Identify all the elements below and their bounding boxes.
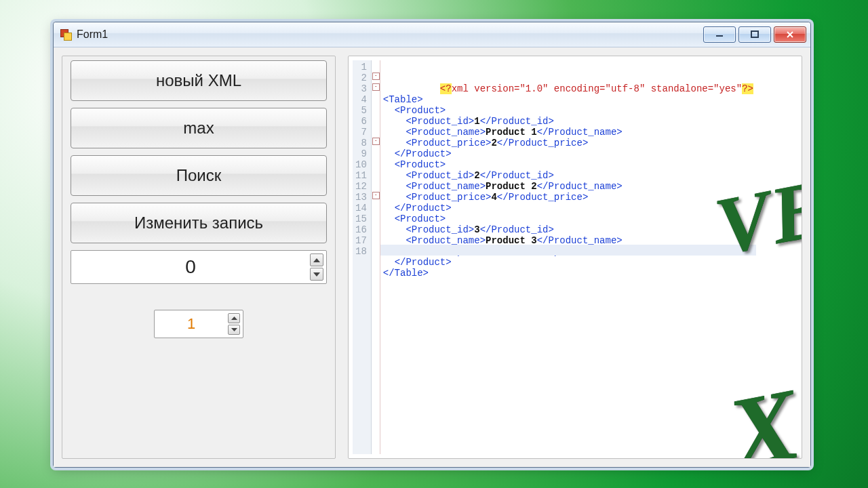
window-form1: Form1 новый XML max	[53, 22, 811, 468]
maximize-button[interactable]	[738, 26, 771, 43]
chevron-down-icon	[231, 328, 237, 331]
numeric-small-down[interactable]	[228, 325, 240, 335]
numeric-small-value: 1	[155, 315, 228, 333]
numeric-main-up[interactable]	[310, 253, 323, 266]
numeric-small-spinners	[228, 313, 240, 335]
numeric-main-spinners	[310, 253, 323, 281]
code-panel: 1 2 3 4 5 6 7 8 9 10 11 12 13 14 15 16 1…	[348, 56, 802, 459]
window-controls	[703, 26, 806, 43]
titlebar[interactable]: Form1	[54, 22, 810, 47]
code-text: <?xml version="1.0" encoding="utf-8" sta…	[380, 60, 756, 454]
svg-marker-4	[313, 258, 320, 262]
close-button[interactable]	[774, 26, 806, 43]
fold-marker-icon[interactable]: -	[372, 192, 380, 199]
minimize-icon	[715, 31, 724, 38]
page-background: Form1 новый XML max	[0, 0, 868, 488]
current-line-highlight	[380, 245, 756, 256]
maximize-icon	[750, 30, 760, 39]
fold-marker-icon[interactable]: -	[372, 83, 380, 91]
svg-rect-1	[751, 31, 758, 37]
numeric-main[interactable]: 0	[71, 250, 327, 284]
code-editor[interactable]: 1 2 3 4 5 6 7 8 9 10 11 12 13 14 15 16 1…	[353, 60, 797, 454]
numeric-small-up[interactable]	[228, 313, 240, 323]
numeric-small[interactable]: 1	[154, 310, 243, 338]
edit-record-button[interactable]: Изменить запись	[71, 203, 327, 243]
minimize-button[interactable]	[703, 26, 736, 43]
fold-marker-icon[interactable]: -	[372, 138, 380, 145]
svg-marker-5	[313, 272, 320, 277]
gutter: 1 2 3 4 5 6 7 8 9 10 11 12 13 14 15 16 1…	[353, 60, 372, 454]
chevron-up-icon	[313, 258, 320, 262]
max-button[interactable]: max	[71, 108, 327, 148]
svg-rect-0	[716, 35, 723, 37]
chevron-down-icon	[313, 272, 320, 277]
left-panel: новый XML max Поиск Изменить запись 0 1	[62, 56, 336, 459]
search-button[interactable]: Поиск	[71, 155, 327, 196]
client-area: новый XML max Поиск Изменить запись 0 1	[54, 47, 810, 467]
window-title: Form1	[77, 28, 108, 41]
numeric-main-value: 0	[71, 256, 310, 278]
new-xml-button[interactable]: новый XML	[71, 60, 327, 101]
numeric-main-down[interactable]	[310, 268, 323, 281]
fold-marker-icon[interactable]: -	[372, 73, 380, 80]
app-icon	[60, 29, 71, 40]
svg-marker-7	[231, 328, 237, 331]
chevron-up-icon	[231, 317, 237, 320]
fold-column: - - - -	[372, 60, 380, 454]
close-icon	[785, 30, 795, 39]
svg-marker-6	[231, 317, 237, 320]
